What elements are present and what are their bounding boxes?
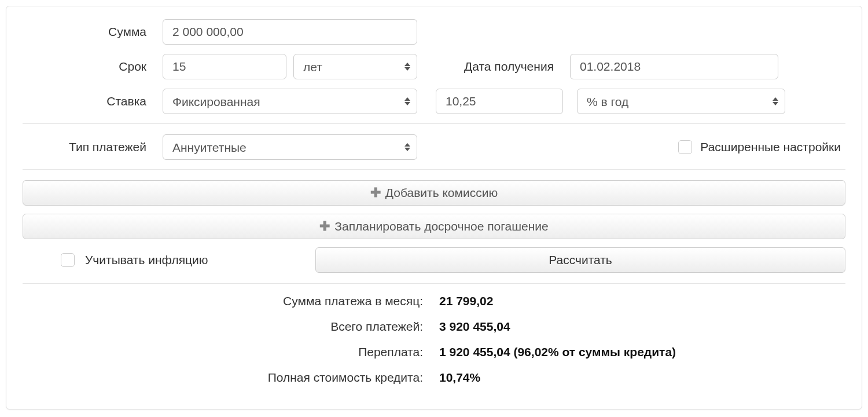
label-rate: Ставка	[23, 94, 156, 108]
label-term: Срок	[23, 60, 156, 74]
row-amount: Сумма	[23, 19, 845, 45]
result-fullcost: Полная стоимость кредита: 10,74%	[23, 371, 845, 385]
row-payment-type: Тип платежей Аннуитетные Расширенные нас…	[23, 134, 845, 160]
plus-icon: ✚	[370, 185, 381, 200]
result-total-label: Всего платежей:	[23, 320, 439, 334]
result-overpay: Переплата: 1 920 455,04 (96,02% от суммы…	[23, 345, 845, 359]
term-unit-select[interactable]: лет	[293, 54, 417, 79]
early-payment-label: Запланировать досрочное погашение	[334, 220, 548, 233]
rate-unit-select[interactable]: % в год	[577, 89, 785, 114]
result-fullcost-value: 10,74%	[439, 371, 480, 385]
term-unit-select-wrap: лет	[293, 54, 417, 79]
term-input[interactable]	[163, 54, 286, 79]
add-commission-label: Добавить комиссию	[385, 186, 498, 200]
label-inflation: Учитывать инфляцию	[85, 253, 208, 267]
label-payment-type: Тип платежей	[23, 140, 156, 154]
payment-type-select-wrap: Аннуитетные	[163, 134, 417, 160]
result-total-value: 3 920 455,04	[439, 320, 510, 334]
advanced-settings-wrap: Расширенные настройки	[678, 140, 845, 154]
divider	[23, 169, 845, 170]
result-monthly-label: Сумма платежа в месяц:	[23, 294, 439, 308]
rate-unit-select-wrap: % в год	[577, 89, 785, 114]
payment-type-select[interactable]: Аннуитетные	[163, 134, 417, 160]
result-monthly-value: 21 799,02	[439, 294, 493, 308]
row-inflation-calc: Учитывать инфляцию Рассчитать	[23, 247, 845, 273]
amount-input[interactable]	[163, 19, 417, 45]
rate-type-select[interactable]: Фиксированная	[163, 89, 417, 114]
divider	[23, 283, 845, 284]
results-section: Сумма платежа в месяц: 21 799,02 Всего п…	[23, 294, 845, 385]
calculate-button[interactable]: Рассчитать	[315, 247, 845, 273]
inflation-checkbox[interactable]	[61, 253, 75, 267]
early-payment-button[interactable]: ✚ Запланировать досрочное погашение	[23, 214, 845, 239]
result-monthly: Сумма платежа в месяц: 21 799,02	[23, 294, 845, 308]
rate-input[interactable]	[436, 89, 563, 114]
date-input[interactable]	[570, 54, 778, 79]
result-overpay-value: 1 920 455,04 (96,02% от суммы кредита)	[439, 345, 676, 359]
result-overpay-label: Переплата:	[23, 345, 439, 359]
add-commission-button[interactable]: ✚ Добавить комиссию	[23, 180, 845, 206]
label-date: Дата получения	[424, 60, 563, 74]
result-total: Всего платежей: 3 920 455,04	[23, 320, 845, 334]
label-advanced: Расширенные настройки	[700, 140, 841, 154]
row-rate: Ставка Фиксированная % в год	[23, 89, 845, 114]
rate-type-select-wrap: Фиксированная	[163, 89, 417, 114]
label-amount: Сумма	[23, 25, 156, 39]
loan-calculator-panel: Сумма Срок лет Дата получения Ставка Фик…	[6, 6, 862, 409]
plus-icon: ✚	[319, 219, 330, 234]
divider	[23, 123, 845, 124]
result-fullcost-label: Полная стоимость кредита:	[23, 371, 439, 385]
inflation-wrap: Учитывать инфляцию	[23, 253, 306, 267]
advanced-settings-checkbox[interactable]	[678, 140, 692, 154]
row-term-date: Срок лет Дата получения	[23, 54, 845, 79]
